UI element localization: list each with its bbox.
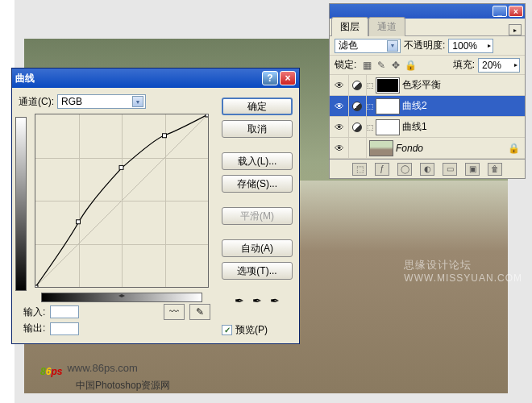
fx-button[interactable]: ƒ bbox=[375, 163, 389, 176]
input-label: 输入: bbox=[23, 305, 45, 319]
lock-label: 锁定: bbox=[335, 58, 356, 72]
folder-button[interactable]: ▭ bbox=[443, 163, 457, 176]
save-button[interactable]: 存储(S)... bbox=[222, 175, 293, 193]
output-gradient bbox=[15, 117, 27, 291]
svg-line-0 bbox=[35, 114, 208, 287]
new-layer-button[interactable]: ▣ bbox=[465, 163, 480, 176]
layer-thumb[interactable] bbox=[369, 140, 393, 156]
gray-point-eyedropper[interactable]: ✒ bbox=[252, 294, 262, 307]
help-button[interactable]: ? bbox=[262, 71, 278, 85]
close-button[interactable]: × bbox=[280, 71, 296, 85]
chevron-down-icon: ▼ bbox=[132, 96, 143, 107]
layer-row[interactable]: 👁 ⬚ 曲线2 bbox=[330, 96, 525, 117]
chevron-icon: ▸ bbox=[488, 42, 491, 49]
cancel-button[interactable]: 取消 bbox=[222, 120, 293, 138]
chevron-down-icon: ▼ bbox=[387, 40, 398, 52]
watermark-86ps: 86ps www.86ps.com 中国Photoshop资源网 bbox=[40, 355, 138, 380]
adjustment-button[interactable]: ◐ bbox=[420, 163, 434, 176]
tab-channels[interactable]: 通道 bbox=[368, 17, 405, 36]
panel-menu-button[interactable]: ▸ bbox=[509, 24, 522, 35]
opacity-input[interactable]: 100% ▸ bbox=[448, 39, 493, 53]
svg-rect-2 bbox=[77, 220, 81, 224]
input-value[interactable] bbox=[50, 305, 79, 318]
mask-thumb[interactable] bbox=[376, 98, 400, 114]
blend-mode-select[interactable]: 滤色 ▼ bbox=[335, 39, 401, 53]
link-icon: ⬚ bbox=[367, 81, 373, 89]
lock-transparency-icon[interactable]: ▦ bbox=[361, 60, 372, 71]
visibility-toggle[interactable]: 👁 bbox=[330, 117, 349, 137]
smooth-button: 平滑(M) bbox=[222, 207, 293, 225]
lock-icon: 🔒 bbox=[508, 143, 520, 154]
visibility-toggle[interactable]: 👁 bbox=[330, 75, 349, 95]
curve-mode-button[interactable]: 〰 bbox=[164, 304, 185, 320]
layer-name: Fondo bbox=[396, 143, 423, 154]
load-button[interactable]: 载入(L)... bbox=[222, 152, 293, 170]
trash-button[interactable]: 🗑 bbox=[488, 163, 502, 176]
output-label: 输出: bbox=[23, 322, 45, 335]
link-icon: ⬚ bbox=[367, 102, 373, 110]
options-button[interactable]: 选项(T)... bbox=[222, 262, 293, 280]
black-point-eyedropper[interactable]: ✒ bbox=[235, 294, 244, 307]
channel-label: 通道(C): bbox=[19, 95, 54, 109]
auto-button[interactable]: 自动(A) bbox=[222, 239, 293, 257]
dialog-titlebar[interactable]: 曲线 ? × bbox=[12, 69, 299, 88]
watermark-missyuan: 思缘设计论坛 WWW.MISSYUAN.COM bbox=[404, 258, 522, 284]
curves-grid[interactable] bbox=[35, 114, 209, 288]
preview-checkbox[interactable]: ✓ bbox=[222, 325, 232, 335]
layer-row[interactable]: 👁 ⬚ 曲线1 bbox=[330, 117, 525, 138]
svg-rect-4 bbox=[163, 134, 167, 138]
layer-row[interactable]: 👁 Fondo 🔒 bbox=[330, 138, 525, 159]
layer-name: 曲线1 bbox=[402, 120, 427, 134]
opacity-label: 不透明度: bbox=[404, 39, 445, 52]
layer-name: 曲线2 bbox=[402, 99, 427, 113]
visibility-toggle[interactable]: 👁 bbox=[330, 96, 349, 116]
layers-panel: _ × 图层 通道 ▸ 滤色 ▼ 不透明度: 100% ▸ 锁定: ▦ ✎ ✥ … bbox=[329, 3, 526, 179]
svg-rect-3 bbox=[119, 165, 123, 169]
adjustment-icon bbox=[352, 123, 362, 132]
lock-icons[interactable]: ▦ ✎ ✥ 🔒 bbox=[360, 60, 416, 71]
layers-footer: ⬚ ƒ ◯ ◐ ▭ ▣ 🗑 bbox=[330, 159, 525, 178]
visibility-toggle[interactable]: 👁 bbox=[330, 138, 349, 158]
link-icon: ⬚ bbox=[367, 123, 373, 131]
lock-paint-icon[interactable]: ✎ bbox=[376, 60, 387, 71]
channel-select[interactable]: RGB ▼ bbox=[57, 94, 146, 109]
curves-dialog: 曲线 ? × 通道(C): RGB ▼ bbox=[11, 68, 300, 344]
chevron-icon: ▸ bbox=[514, 61, 517, 69]
layers-list: 👁 ⬚ 色彩平衡 👁 ⬚ 曲线2 👁 ⬚ 曲线1 👁 Fondo 🔒 bbox=[330, 75, 525, 159]
ok-button[interactable]: 确定 bbox=[222, 98, 293, 115]
mask-thumb[interactable] bbox=[376, 77, 400, 93]
dialog-title: 曲线 bbox=[15, 72, 35, 85]
svg-rect-1 bbox=[35, 285, 38, 287]
lock-move-icon[interactable]: ✥ bbox=[390, 60, 401, 71]
white-point-eyedropper[interactable]: ✒ bbox=[270, 294, 280, 307]
eyedropper-group: ✒ ✒ ✒ bbox=[222, 294, 293, 307]
output-value[interactable] bbox=[50, 322, 79, 335]
blend-mode-value: 滤色 bbox=[339, 39, 358, 52]
adjustment-icon bbox=[352, 102, 362, 111]
curve-line[interactable] bbox=[35, 114, 208, 287]
pencil-mode-button[interactable]: ✎ bbox=[189, 304, 210, 320]
input-gradient[interactable]: ◂▸ bbox=[41, 293, 202, 302]
close-button[interactable]: × bbox=[509, 6, 523, 17]
mask-button[interactable]: ◯ bbox=[397, 163, 412, 176]
link-layers-button[interactable]: ⬚ bbox=[352, 163, 367, 176]
fill-label: 填充: bbox=[453, 58, 475, 72]
svg-rect-5 bbox=[206, 114, 208, 117]
layer-row[interactable]: 👁 ⬚ 色彩平衡 bbox=[330, 75, 525, 96]
tab-layers[interactable]: 图层 bbox=[331, 17, 368, 36]
mask-thumb[interactable] bbox=[376, 119, 400, 135]
layer-name: 色彩平衡 bbox=[402, 78, 441, 92]
preview-label: 预览(P) bbox=[235, 323, 268, 337]
fill-input[interactable]: 20% ▸ bbox=[478, 58, 520, 73]
adjustment-icon bbox=[352, 81, 362, 90]
minimize-button[interactable]: _ bbox=[493, 6, 507, 17]
lock-all-icon[interactable]: 🔒 bbox=[405, 60, 416, 71]
